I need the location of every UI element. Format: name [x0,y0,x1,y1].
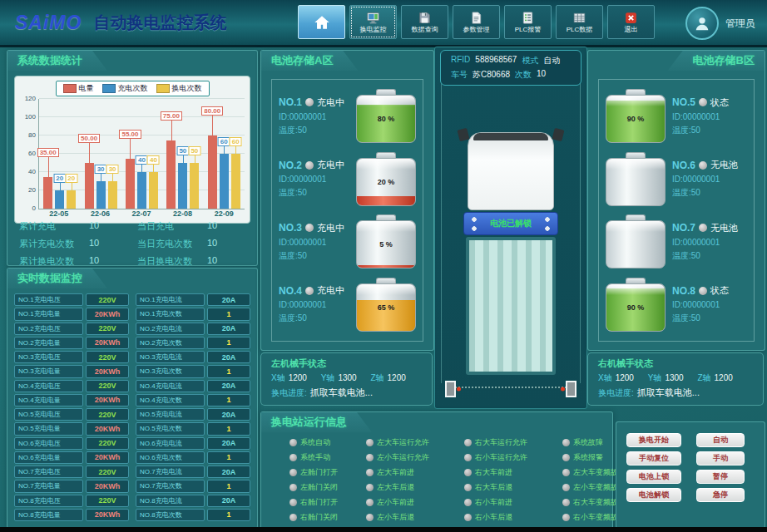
bar-column: 80.00 [208,99,217,209]
rail-left-handle[interactable] [445,381,456,397]
summary-item: 当日充电次数10 [137,238,249,250]
y-tick: 80 [28,131,36,139]
battery-graphic: 90 % [606,89,666,143]
chart-plot-area: 35.00202050.00303055.00404075.00505080.0… [38,99,245,209]
panel-control-buttons: 换电开始手动复位电池上锁电池解锁 自动手动暂停急停 [616,421,765,529]
control-button-right-自动[interactable]: 自动 [696,433,745,447]
battery-body [606,220,666,268]
battery-cap [626,214,646,220]
realtime-cell: NO.1充电电量20KWh [14,308,129,320]
battery-id: ID:00000001 [279,300,349,309]
battery-status-dot [699,224,707,232]
indicator-label: 系统报警 [573,452,603,463]
y-axis-value: 1300 [665,373,683,382]
battery-cap [626,152,646,158]
table-icon [572,11,586,25]
control-button-right-手动[interactable]: 手动 [696,451,745,466]
left-arm-title: 左机械手状态 [271,357,422,370]
nav-button-data-query[interactable]: 数据查询 [401,5,448,39]
indicator-lamp [464,439,472,446]
battery-item: NO.3充电中ID:00000001温度:505 % [279,214,416,268]
status-indicator: 左舱门关闭 [289,482,366,493]
control-button-left-手动复位[interactable]: 手动复位 [626,451,681,466]
realtime-label: NO.5充电电量 [14,422,83,435]
nav-button-plc-data[interactable]: PLC数据 [556,5,603,39]
battery-fill [357,265,415,268]
battery-meta: NO.2充电中ID:00000001温度:50 [279,159,349,199]
right-arm-title: 右机械手状态 [598,357,753,370]
x-tick: 22-09 [215,209,234,218]
status-indicator: 右大车运行允许 [464,437,562,448]
control-button-left-换电开始[interactable]: 换电开始 [626,433,681,447]
realtime-label: NO.4充电电量 [14,394,83,406]
realtime-label: NO.5充电次数 [136,422,205,435]
realtime-label: NO.1充电电流 [136,293,205,306]
z-axis-value: 1200 [388,373,406,382]
realtime-cell: NO.8充电电流20A [136,495,250,507]
bar-column: 40 [149,99,158,209]
panel-title-operation-info: 换电站运行信息 [261,412,372,432]
rail-right-marker [561,387,565,392]
battery-status: 状态 [710,96,729,109]
nav-button-plc-alarm[interactable]: PLC报警 [504,5,552,39]
control-button-left-电池解锁[interactable]: 电池解锁 [626,488,681,502]
control-button-left-电池上锁[interactable]: 电池上锁 [626,470,681,484]
legend-label: 换电次数 [172,83,202,94]
bar-label-connector [224,146,225,154]
battery-meta: NO.5状态ID:00000001温度:50 [672,96,747,136]
nav-button-exit[interactable]: 退出 [607,5,655,39]
indicator-lamp [562,469,570,476]
summary-label: 累计换电次数 [19,255,89,268]
status-indicator: 右小车前进 [464,497,562,508]
rail-left-marker [457,387,461,392]
indicator-label: 左大车运行允许 [377,437,429,448]
rfid-value: 588968567 [475,55,517,66]
legend-item: 电量 [63,83,94,94]
avatar[interactable] [685,7,719,40]
y-tick: 100 [25,113,36,121]
realtime-label: NO.7充电次数 [136,480,205,492]
realtime-grid: NO.1充电电压220VNO.1充电电流20ANO.1充电电量20KWhNO.1… [14,293,250,521]
x-tick: 22-06 [91,209,110,218]
nav-label: 换电监控 [360,27,387,33]
battery-body: 65 % [356,283,416,332]
main-nav: 换电监控数据查询参数管理PLC报警PLC数据退出 [298,5,655,39]
nav-button-param-mgmt[interactable]: 参数管理 [453,5,500,39]
battery-id: ID:00000001 [672,112,747,121]
realtime-value: 1 [207,509,250,521]
progress-label: 换电进度: [598,388,634,397]
x-tick: 22-07 [131,209,151,218]
indicator-lamp [366,484,374,491]
realtime-value: 220V [86,293,129,306]
bar-label-connector [89,143,90,163]
nav-label: PLC报警 [515,27,542,33]
realtime-value: 220V [86,380,129,392]
indicator-label: 左小车前进 [377,497,414,508]
summary-value: 10 [89,255,99,268]
rail-right-handle[interactable] [566,381,576,397]
control-button-right-急停[interactable]: 急停 [696,488,745,502]
realtime-cell: NO.5充电电流20A [136,408,250,421]
nav-button-home[interactable] [298,5,345,39]
bar-换电次数 [190,163,199,209]
panel-title-system-stats: 系统数据统计 [7,51,107,71]
bar-充电次数 [96,181,106,209]
control-button-right-暂停[interactable]: 暂停 [696,470,745,484]
realtime-value: 1 [207,480,250,492]
bar-value-label: 30 [95,165,107,174]
bar-value-label: 50.00 [78,134,100,143]
battery-item: NO.6无电池ID:00000001温度:50 [606,152,747,206]
battery-fill [357,196,415,205]
battery-body: 80 % [356,95,416,143]
bar-value-label: 35.00 [37,148,59,157]
nav-button-swap-monitor[interactable]: 换电监控 [349,5,397,39]
panel-title-realtime: 实时数据监控 [7,268,107,288]
right-arm-progress: 换电进度:抓取车载电池... [598,387,753,399]
vehicle-no-value: 苏C80668 [473,69,510,81]
battery-item: NO.2充电中ID:00000001温度:5020 % [279,152,416,206]
status-indicator: 右大车后退 [464,482,562,493]
battery-body: 90 % [606,283,666,332]
realtime-cell: NO.4充电电压220V [14,380,129,392]
bar-label-connector [72,183,72,190]
disk-icon [418,11,432,25]
